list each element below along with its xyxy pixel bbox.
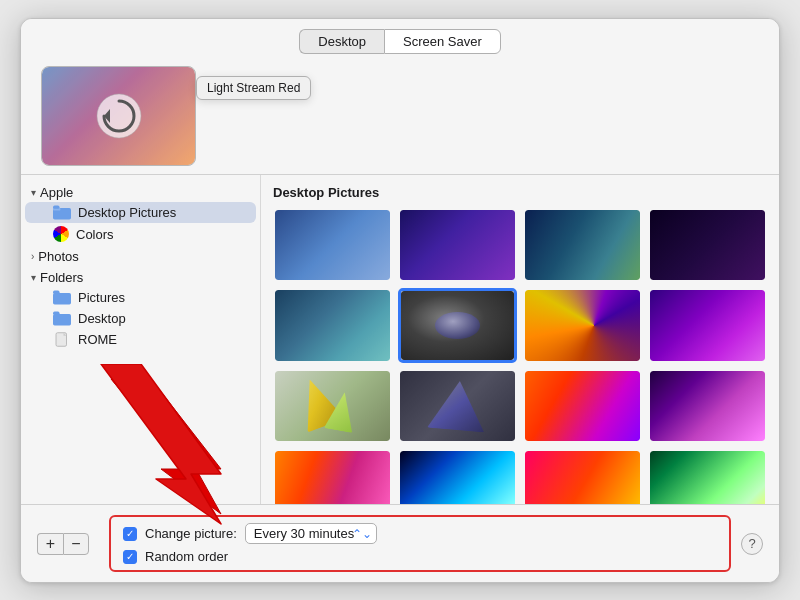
chevron-down-icon-2: ▾ [31,272,36,283]
sidebar-group-apple[interactable]: ▾ Apple [21,183,260,202]
file-icon [53,332,71,347]
sidebar-group-folders[interactable]: ▾ Folders [21,268,260,287]
picture-cell-4[interactable] [273,288,392,362]
sidebar-item-rome-label: ROME [78,332,117,347]
sidebar-group-photos-label: Photos [38,249,78,264]
sidebar-item-colors[interactable]: Colors [25,223,256,245]
add-button[interactable]: + [37,533,63,555]
colors-icon [53,226,69,242]
grid-title: Desktop Pictures [273,185,767,200]
tab-desktop[interactable]: Desktop [299,29,384,54]
change-picture-row: ✓ Change picture: Every 30 minutes ⌃⌄ [123,523,717,544]
sidebar-item-desktop-folder[interactable]: Desktop [25,308,256,329]
sidebar-section-apple: ▾ Apple Desktop Pictures Colors [21,183,260,245]
picture-cell-9[interactable] [398,369,517,443]
help-button[interactable]: ? [741,533,763,555]
picture-cell-13[interactable] [398,449,517,504]
change-picture-checkbox[interactable]: ✓ [123,527,137,541]
picture-cell-10[interactable] [523,369,642,443]
picture-cell-5[interactable] [398,288,517,362]
sidebar-item-colors-label: Colors [76,227,114,242]
change-picture-value: Every 30 minutes [254,526,354,541]
picture-cell-14[interactable] [523,449,642,504]
svg-rect-6 [53,291,60,294]
svg-rect-8 [53,312,60,315]
change-picture-dropdown[interactable]: Every 30 minutes ⌃⌄ [245,523,377,544]
chevron-right-icon: › [31,251,34,262]
options-area: ✓ Change picture: Every 30 minutes ⌃⌄ ✓ … [109,515,731,572]
checkmark-icon-2: ✓ [126,552,134,562]
folder-icon-3 [53,311,71,326]
sidebar-item-pictures-label: Pictures [78,290,125,305]
random-order-label: Random order [145,549,228,564]
picture-grid [273,208,767,504]
sidebar-group-apple-label: Apple [40,185,73,200]
sidebar-group-folders-label: Folders [40,270,83,285]
add-remove-buttons: + − [37,533,89,555]
folder-icon-2 [53,290,71,305]
tab-bar: Desktop Screen Saver [21,19,779,54]
picture-cell-12[interactable] [273,449,392,504]
change-picture-label: Change picture: [145,526,237,541]
svg-rect-5 [53,293,71,304]
picture-cell-15[interactable] [648,449,767,504]
sidebar-item-desktop-folder-label: Desktop [78,311,126,326]
picture-cell-2[interactable] [523,208,642,282]
tab-screen-saver[interactable]: Screen Saver [384,29,501,54]
picture-cell-11[interactable] [648,369,767,443]
sidebar-section-folders: ▾ Folders Pictures [21,268,260,350]
tooltip: Light Stream Red [196,76,311,100]
sidebar-section-photos: › Photos [21,247,260,266]
picture-cell-3[interactable] [648,208,767,282]
grid-area: Desktop Pictures [261,175,779,504]
sidebar-item-pictures[interactable]: Pictures [25,287,256,308]
bottom-bar: + − ✓ Change picture: Every 30 minutes ⌃… [21,504,779,582]
sidebar-item-desktop-pictures-label: Desktop Pictures [78,205,176,220]
svg-rect-7 [53,314,71,325]
dropdown-arrow-icon: ⌃⌄ [352,527,372,541]
preview-area: Light Stream Red [21,54,779,174]
folder-icon [53,205,71,220]
picture-cell-8[interactable] [273,369,392,443]
random-order-row: ✓ Random order [123,549,717,564]
checkmark-icon: ✓ [126,529,134,539]
refresh-icon [93,90,145,142]
sidebar-item-desktop-pictures[interactable]: Desktop Pictures [25,202,256,223]
picture-cell-1[interactable] [398,208,517,282]
random-order-checkbox[interactable]: ✓ [123,550,137,564]
main-content: ▾ Apple Desktop Pictures Colors [21,174,779,504]
remove-button[interactable]: − [63,533,89,555]
svg-rect-4 [53,206,60,209]
preview-thumbnail [41,66,196,166]
sidebar: ▾ Apple Desktop Pictures Colors [21,175,261,504]
sidebar-item-rome[interactable]: ROME [25,329,256,350]
sidebar-group-photos[interactable]: › Photos [21,247,260,266]
picture-cell-7[interactable] [648,288,767,362]
picture-cell-6[interactable] [523,288,642,362]
picture-cell-0[interactable] [273,208,392,282]
chevron-down-icon: ▾ [31,187,36,198]
